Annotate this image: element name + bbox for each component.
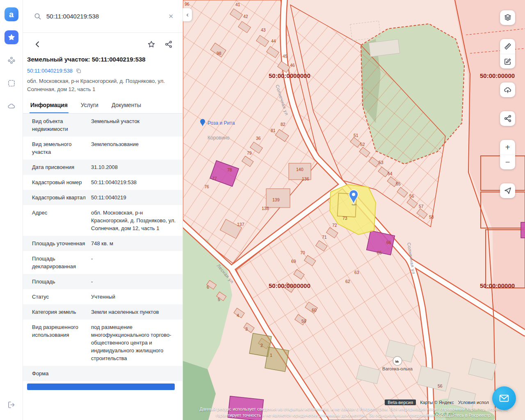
parcel-number: 3 bbox=[245, 326, 248, 331]
envelope-icon bbox=[499, 393, 509, 404]
map-copyright[interactable]: Карты © Яндекс bbox=[420, 400, 454, 405]
tab-information[interactable]: Информация bbox=[30, 99, 68, 113]
property-label: Вид земельного участка bbox=[32, 140, 86, 156]
property-value: обл. Московская, р-н Красногорский, д. П… bbox=[91, 209, 177, 232]
property-label: Кадастровый квартал bbox=[32, 194, 86, 201]
measure-button[interactable] bbox=[500, 39, 515, 54]
cloud-upload-icon bbox=[504, 86, 512, 94]
locate-button[interactable] bbox=[500, 183, 515, 198]
cloud-icon bbox=[7, 102, 16, 110]
back-button[interactable] bbox=[32, 39, 43, 50]
select-area-rail-button[interactable] bbox=[5, 76, 18, 90]
property-row: Категория земельЗемли населенных пунктов bbox=[23, 304, 183, 320]
parcel-number: 41 bbox=[235, 2, 240, 7]
parcel-number: 51 bbox=[354, 133, 358, 138]
layers-button[interactable] bbox=[500, 10, 515, 25]
property-value: 50:11:0040219:538 bbox=[91, 178, 177, 186]
map-attribution: Beta-версия Карты © Яндекс Условия испол bbox=[385, 399, 489, 405]
parcel-number: 82 bbox=[281, 122, 285, 127]
parcel-number: 65 bbox=[377, 250, 382, 255]
parcel-number: 98 bbox=[217, 51, 221, 56]
parcel-number: 70 bbox=[300, 250, 305, 255]
cadastral-number-link[interactable]: 50:11:0040219:538 bbox=[27, 68, 73, 74]
parcel-number: 6 bbox=[207, 285, 209, 290]
property-label: Кадастровый номер bbox=[32, 178, 86, 186]
app-logo[interactable]: a bbox=[5, 7, 18, 21]
parcel-number: 42 bbox=[243, 14, 248, 19]
tab-services[interactable]: Услуги bbox=[80, 99, 99, 113]
chat-button[interactable] bbox=[492, 386, 516, 410]
parcel-number: 76 bbox=[204, 184, 209, 189]
draw-button[interactable] bbox=[500, 54, 515, 68]
property-label: Дата присвоения bbox=[32, 163, 86, 171]
zoom-in-button[interactable]: + bbox=[500, 140, 515, 155]
share-map-button[interactable] bbox=[500, 111, 515, 126]
parcel-number: 44 bbox=[271, 39, 276, 43]
property-row: Кадастровый номер50:11:0040219:538 bbox=[23, 175, 183, 190]
property-value: под размещение многофункционального торг… bbox=[91, 323, 177, 362]
sidebar: ✕ Земельный участок: 50:11:0040219:538 5… bbox=[23, 0, 183, 420]
parcel-number: 5 bbox=[218, 297, 220, 302]
page-title: Земельный участок: 50:11:0040219:538 bbox=[23, 56, 183, 63]
property-label: Адрес bbox=[32, 209, 86, 232]
properties-table: Вид объекта недвижимостиЗемельный участо… bbox=[23, 114, 183, 381]
quarter-label: 50:00:0000000 bbox=[269, 282, 310, 289]
parcel-number: 60 bbox=[312, 308, 317, 313]
parcel-number: 81 bbox=[271, 128, 276, 133]
parcel-number: 96 bbox=[185, 2, 189, 7]
clear-search-button[interactable]: ✕ bbox=[168, 13, 173, 19]
property-label: Площадь bbox=[32, 278, 86, 285]
parcel-number: 56 bbox=[409, 194, 414, 199]
cloud-rail-button[interactable] bbox=[5, 99, 18, 113]
property-row: Площадь уточненная748 кв. м bbox=[23, 236, 183, 251]
parcel-number: 69 bbox=[291, 259, 296, 264]
property-row: Форма bbox=[23, 366, 183, 381]
property-label: Категория земель bbox=[32, 308, 86, 316]
search-input[interactable] bbox=[46, 13, 163, 20]
poi-flower-shop-label[interactable]: Роза и Рита bbox=[208, 120, 235, 126]
parcel-number: 66 bbox=[386, 240, 391, 245]
property-row: Вид разрешенного использованияпод размещ… bbox=[23, 320, 183, 366]
forest-label: Юный лес bbox=[434, 412, 456, 417]
property-row: Кадастровый квартал50:11:0040219 bbox=[23, 190, 183, 205]
logout-icon bbox=[7, 401, 16, 409]
property-value: - bbox=[91, 278, 177, 285]
ruler-icon bbox=[504, 42, 512, 50]
property-label: Площадь уточненная bbox=[32, 240, 86, 247]
parcel-number: 73 bbox=[342, 216, 347, 221]
parcel-number: 137 bbox=[237, 222, 244, 227]
tab-documents[interactable]: Документы bbox=[111, 99, 142, 113]
property-label: Площадь декларированная bbox=[32, 255, 86, 270]
parcel-number: 62 bbox=[345, 279, 350, 284]
app-logo-letter: a bbox=[9, 10, 14, 19]
object-address: обл. Московская, р-н Красногорский, д. П… bbox=[23, 77, 183, 94]
map[interactable]: 50:00:000000050:00:0000050:00:000000050:… bbox=[183, 0, 525, 420]
parcel-number: 46 bbox=[290, 63, 295, 68]
property-value: Землепользование bbox=[91, 140, 177, 156]
parcel-number: 56 bbox=[438, 383, 443, 388]
terms-link[interactable]: Условия испол bbox=[458, 400, 489, 405]
poi-sawmill-label[interactable]: Вагонка-ольха bbox=[382, 366, 413, 371]
property-value: Земельный участок bbox=[91, 117, 177, 133]
favorites-rail-button[interactable] bbox=[5, 30, 18, 44]
upload-layer-button[interactable] bbox=[500, 82, 515, 97]
favorite-button[interactable] bbox=[146, 39, 157, 50]
parcel-number: 55 bbox=[396, 181, 401, 186]
parcel-number: 138 bbox=[262, 206, 269, 211]
share-object-button[interactable] bbox=[163, 39, 174, 50]
logout-rail-button[interactable] bbox=[5, 398, 18, 412]
parcel-number: 52 bbox=[360, 142, 365, 147]
collapse-sidebar-button[interactable]: ‹ bbox=[183, 8, 192, 21]
share-icon bbox=[164, 40, 173, 48]
property-row: Вид земельного участкаЗемлепользование bbox=[23, 137, 183, 160]
quarter-label: 50:00:00000 bbox=[480, 72, 515, 79]
parcel-number: 78 bbox=[227, 167, 232, 172]
parcel-number: 136 bbox=[302, 176, 309, 181]
shape-preview bbox=[27, 383, 175, 390]
app-rail: a bbox=[0, 0, 23, 420]
objects-rail-button[interactable] bbox=[5, 53, 18, 67]
zoom-out-button[interactable]: − bbox=[500, 155, 515, 169]
copy-icon[interactable] bbox=[75, 68, 82, 74]
property-label: Вид объекта недвижимости bbox=[32, 117, 86, 133]
property-value: 31.10.2008 bbox=[91, 163, 177, 171]
